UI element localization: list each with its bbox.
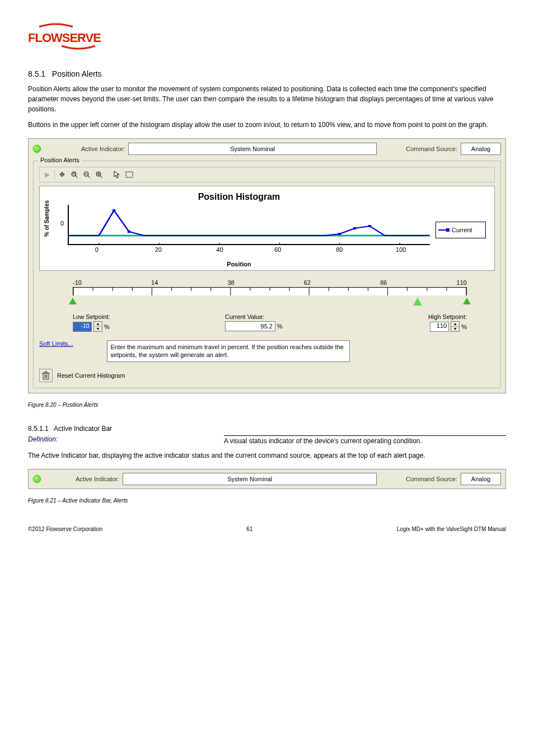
active-indicator-bar-figure: Active Indicator: System Nominal Command… (28, 469, 506, 489)
svg-rect-14 (128, 231, 130, 233)
active-indicator-label: Active Indicator: (81, 145, 125, 152)
svg-rect-15 (338, 233, 341, 235)
legend-label: Current (452, 227, 472, 233)
footer-right: Logix MD+ with the ValveSight DTM Manual (397, 526, 506, 532)
position-alerts-panel: Active Indicator: System Nominal Command… (28, 138, 506, 393)
chart-toolbar: ▶ ✥ ⟲ (39, 167, 495, 182)
current-marker-icon (413, 298, 422, 306)
chart-plot (68, 205, 430, 245)
definition-row: Definition: A visual status indicator of… (28, 435, 506, 445)
command-source-value: Analog (461, 143, 501, 155)
high-setpoint-spinner[interactable]: ▲▼ (451, 321, 460, 332)
soft-limits-link[interactable]: Soft Limits... (39, 340, 73, 347)
ruler-label: 110 (457, 279, 467, 286)
low-marker-icon[interactable] (69, 298, 77, 304)
command-source-label: Command Source: (406, 476, 457, 482)
figure-caption-2: Figure 8.21 – Active Indicator Bar, Aler… (28, 497, 506, 504)
ruler-label: 14 (151, 279, 158, 286)
svg-text:FLOWSERVE: FLOWSERVE (28, 31, 101, 45)
svg-line-2 (76, 176, 78, 178)
status-dot-icon (33, 475, 41, 483)
unit-label: % (277, 323, 283, 330)
subsection-paragraph: The Active Indicator bar, displaying the… (28, 450, 506, 461)
x-tick: 40 (217, 246, 223, 253)
y-axis-label: % of Samples (44, 200, 50, 237)
figure-caption-1: Figure 8.20 – Position Alerts (28, 402, 506, 408)
section-heading: 8.5.1 Position Alerts (28, 69, 506, 78)
position-alerts-groupbox: Position Alerts ▶ ✥ ⟲ (33, 161, 501, 388)
current-value-display: 95.2 (225, 321, 275, 331)
active-indicator-value: System Nominal (123, 473, 377, 485)
flowserve-logo: FLOWSERVE (28, 22, 506, 53)
svg-rect-17 (368, 225, 371, 227)
active-indicator-value: System Nominal (128, 143, 377, 155)
svg-rect-13 (113, 209, 115, 212)
play-icon[interactable]: ▶ (42, 170, 52, 180)
high-setpoint-input[interactable]: 110 (430, 322, 449, 332)
x-axis-label: Position (48, 261, 430, 267)
x-tick: 0 (95, 246, 99, 253)
select-rect-icon[interactable] (124, 170, 134, 180)
command-source-value: Analog (461, 473, 501, 485)
definition-text: A visual status indicator of the device'… (224, 435, 506, 445)
y-tick-0: 0 (60, 220, 64, 227)
high-setpoint-label: High Setpoint: (377, 313, 467, 320)
histogram-chart: Position Histogram % of Samples 0 (39, 186, 495, 271)
svg-rect-16 (353, 227, 356, 229)
page-footer: ©2012 Flowserve Corporation 61 Logix MD+… (28, 526, 506, 532)
zoom-in-icon[interactable] (94, 170, 104, 180)
x-tick: 60 (274, 246, 281, 253)
status-dot-icon (33, 145, 41, 153)
help-text: Enter the maximum and minimum travel in … (107, 340, 350, 362)
x-tick: 20 (155, 246, 162, 253)
ruler-label: 38 (227, 279, 234, 286)
ruler-label: 86 (380, 279, 387, 286)
footer-page-number: 61 (246, 526, 252, 532)
position-ruler: -10 14 38 62 86 110 (73, 279, 467, 308)
command-source-label: Command Source: (406, 145, 457, 152)
chart-legend: Current (435, 222, 486, 238)
svg-rect-11 (126, 172, 133, 177)
zoom-out-icon[interactable] (82, 170, 92, 180)
unit-label: % (104, 323, 110, 330)
intro-paragraph-2: Buttons in the upper left corner of the … (28, 120, 506, 130)
zoom-reset-icon[interactable]: ⟲ (69, 170, 79, 180)
definition-label: Definition: (28, 435, 58, 443)
cursor-icon[interactable] (112, 170, 122, 180)
x-tick: 80 (336, 246, 343, 253)
pan-icon[interactable]: ✥ (57, 170, 67, 180)
chart-title: Position Histogram (48, 192, 430, 202)
low-setpoint-label: Low Setpoint: (73, 313, 225, 320)
low-setpoint-input[interactable]: -10 (73, 322, 92, 332)
subsection-heading: 8.5.1.1 Active Indicator Bar (28, 425, 506, 433)
footer-left: ©2012 Flowserve Corporation (28, 526, 102, 532)
low-setpoint-spinner[interactable]: ▲▼ (93, 321, 102, 332)
current-value-label: Current Value: (225, 313, 377, 320)
svg-line-10 (100, 176, 102, 178)
reset-histogram-button[interactable] (39, 369, 53, 382)
reset-histogram-label: Reset Current Histogram (57, 372, 125, 379)
active-indicator-label: Active Indicator: (76, 476, 119, 482)
groupbox-title: Position Alerts (38, 157, 82, 163)
svg-text:⟲: ⟲ (72, 172, 76, 176)
legend-line-icon (438, 229, 448, 231)
ruler-label: -10 (73, 279, 82, 286)
ruler-label: 62 (304, 279, 311, 286)
svg-line-6 (88, 176, 90, 178)
high-marker-icon[interactable] (463, 298, 471, 304)
unit-label: % (461, 323, 467, 330)
intro-paragraph-1: Position Alerts allow the user to monito… (28, 84, 506, 114)
x-tick: 100 (396, 246, 406, 253)
